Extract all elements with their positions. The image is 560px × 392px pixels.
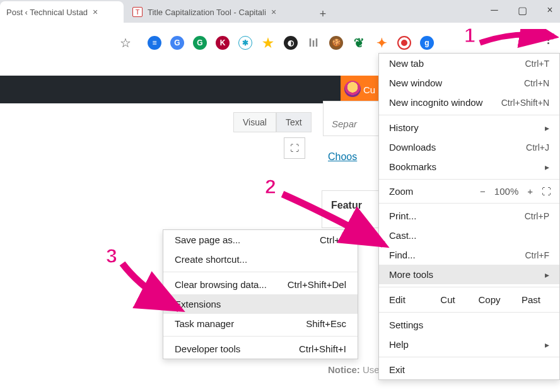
menu-settings[interactable]: Settings	[379, 315, 559, 335]
paste-button[interactable]: Past	[510, 294, 552, 305]
editor-tabs: Visual Text	[233, 112, 312, 132]
tab-post[interactable]: Post ‹ Technical Ustad ×	[0, 1, 124, 23]
annotation-number-2: 2	[265, 175, 276, 199]
tab-title-tool[interactable]: T Title Capitalization Tool - Capitali ×	[126, 1, 309, 23]
fullscreen-icon[interactable]: ⛶	[284, 137, 305, 159]
menu-new-tab[interactable]: New tabCtrl+T	[379, 54, 559, 73]
ext-icon[interactable]: ★	[261, 36, 275, 50]
chevron-right-icon: ▸	[545, 123, 549, 133]
separator-label: Separ	[332, 118, 357, 129]
ext-icon[interactable]: ✦	[375, 36, 388, 50]
zoom-out-button[interactable]: −	[480, 186, 486, 197]
menu-exit[interactable]: Exit	[379, 360, 559, 379]
annotation-arrow-1	[477, 29, 559, 48]
minimize-icon[interactable]: ─	[489, 5, 499, 15]
copy-button[interactable]: Copy	[469, 294, 510, 305]
ext-icon[interactable]: ◐	[284, 36, 298, 50]
ext-icon[interactable]: ✱	[238, 36, 252, 50]
menu-edit: Edit Cut Copy Past	[379, 290, 559, 309]
ext-icon[interactable]: lıl	[306, 36, 320, 50]
menu-help[interactable]: Help▸	[379, 335, 559, 354]
close-icon[interactable]: ×	[93, 7, 98, 17]
extensions-bar: ☆ ≡ G G K ✱ ★ ◐ lıl 🍪 ❦ ✦ g	[0, 30, 560, 55]
menu-new-window[interactable]: New windowCtrl+N	[379, 73, 559, 93]
close-icon[interactable]: ×	[271, 7, 276, 17]
orange-icon	[344, 81, 361, 97]
menu-find[interactable]: Find...Ctrl+F	[379, 245, 559, 265]
fullscreen-icon[interactable]: ⛶	[542, 186, 552, 197]
chevron-right-icon: ▸	[545, 340, 549, 350]
ext-icon[interactable]: G	[170, 36, 184, 50]
chrome-menu: New tabCtrl+T New windowCtrl+N New incog…	[378, 53, 560, 380]
ext-icon[interactable]: ≡	[148, 36, 161, 50]
bookmark-star-icon[interactable]: ☆	[120, 35, 131, 50]
chevron-right-icon: ▸	[545, 270, 549, 280]
ext-icon[interactable]	[397, 36, 411, 50]
submenu-extensions[interactable]: Extensions	[163, 294, 358, 314]
submenu-clear-data[interactable]: Clear browsing data...Ctrl+Shift+Del	[163, 275, 358, 294]
zoom-in-button[interactable]: +	[527, 186, 533, 197]
menu-print[interactable]: Print...Ctrl+P	[379, 206, 559, 226]
menu-history[interactable]: History▸	[379, 118, 559, 137]
menu-bookmarks[interactable]: Bookmarks▸	[379, 157, 559, 176]
zoom-value: 100%	[494, 186, 518, 197]
menu-zoom: Zoom − 100% + ⛶	[379, 182, 559, 200]
ext-icon[interactable]: K	[216, 36, 230, 50]
cut-button[interactable]: Cut	[427, 294, 469, 305]
submenu-developer-tools[interactable]: Developer toolsCtrl+Shift+I	[163, 339, 358, 359]
annotation-number-1: 1	[464, 24, 475, 47]
tab-visual[interactable]: Visual	[233, 112, 276, 132]
ext-icon[interactable]: g	[420, 36, 434, 50]
menu-downloads[interactable]: DownloadsCtrl+J	[379, 137, 559, 157]
menu-incognito[interactable]: New incognito windowCtrl+Shift+N	[379, 93, 559, 112]
window-controls: ─ ▢ ×	[489, 5, 555, 15]
submenu-task-manager[interactable]: Task managerShift+Esc	[163, 314, 358, 333]
annotation-arrow-3	[117, 258, 187, 315]
menu-more-tools[interactable]: More tools▸	[379, 265, 559, 284]
maximize-icon[interactable]: ▢	[517, 5, 527, 15]
orange-label: Cu	[363, 84, 375, 95]
ext-icon[interactable]: 🍪	[329, 36, 343, 50]
submenu-create-shortcut[interactable]: Create shortcut...	[163, 250, 358, 269]
new-tab-button[interactable]: +	[314, 5, 332, 23]
edit-label: Edit	[389, 294, 427, 305]
chevron-right-icon: ▸	[545, 162, 549, 172]
tab-strip: Post ‹ Technical Ustad × T Title Capital…	[0, 0, 560, 23]
choose-link[interactable]: Choos	[328, 151, 357, 163]
favicon: T	[132, 7, 143, 17]
menu-cast[interactable]: Cast...	[379, 226, 559, 245]
ext-icon[interactable]: G	[193, 36, 207, 50]
close-icon[interactable]: ×	[545, 5, 555, 15]
annotation-number-3: 3	[106, 245, 117, 268]
annotation-arrow-2	[277, 189, 391, 252]
tab-label: Title Capitalization Tool - Capitali	[148, 8, 266, 17]
zoom-label: Zoom	[389, 186, 413, 197]
tab-label: Post ‹ Technical Ustad	[6, 8, 88, 17]
ext-icon[interactable]: ❦	[352, 36, 366, 50]
tab-text[interactable]: Text	[276, 112, 312, 132]
